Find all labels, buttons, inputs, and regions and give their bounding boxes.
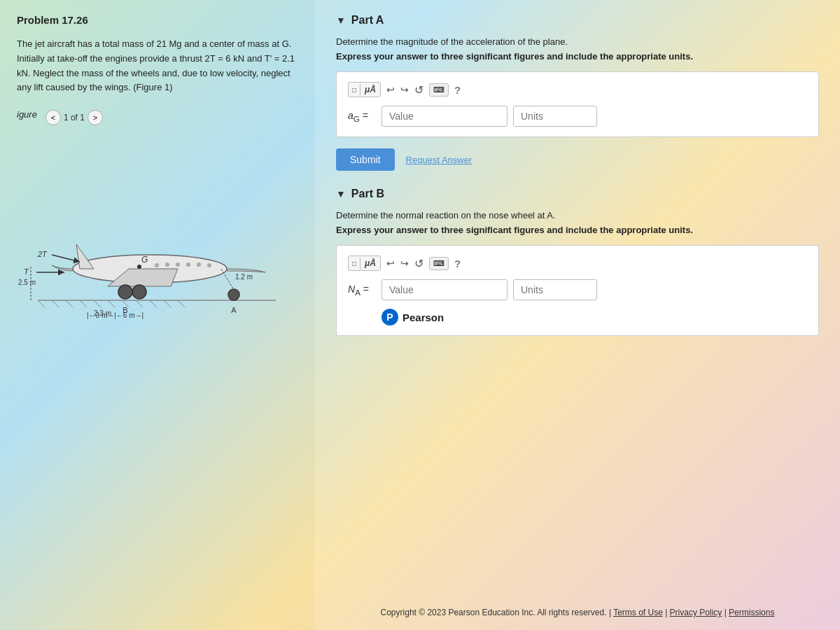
part-b-description: Determine the normal reaction on the nos… — [336, 210, 819, 220]
part-b-answer-box: □ μÅ ↩ ↪ ↺ ⌨ ? NA = — [336, 245, 819, 336]
svg-point-13 — [155, 263, 159, 267]
part-a-request-answer-link[interactable]: Request Answer — [406, 155, 472, 165]
part-b-section: ▼ Part B Determine the normal reaction o… — [336, 188, 819, 336]
aircraft-diagram: G B A 2T T 2.5 m — [17, 209, 262, 335]
svg-point-15 — [176, 262, 180, 267]
part-a-input-row: aG = — [348, 106, 807, 127]
figure-label: igure — [17, 109, 37, 120]
footer: Copyright © 2023 Pearson Education Inc. … — [315, 608, 840, 617]
svg-point-17 — [197, 262, 201, 267]
svg-point-16 — [186, 262, 190, 267]
part-b-toolbar: □ μÅ ↩ ↪ ↺ ⌨ ? — [348, 255, 807, 271]
svg-text:|←3 m→|←6 m→|: |←3 m→|←6 m→| — [87, 312, 144, 319]
svg-line-5 — [94, 300, 101, 307]
part-b-title: Part B — [351, 188, 384, 200]
left-panel: Problem 17.26 The jet aircraft has a tot… — [0, 0, 315, 630]
svg-line-3 — [66, 300, 73, 307]
pearson-label: Pearson — [402, 312, 444, 323]
nav-prev-button[interactable]: < — [46, 110, 61, 125]
svg-line-6 — [108, 300, 115, 307]
pearson-badge: P Pearson — [382, 309, 807, 326]
part-b-units-input[interactable] — [513, 279, 597, 300]
svg-line-4 — [80, 300, 87, 307]
svg-line-11 — [178, 300, 185, 307]
nav-current: 1 of 1 — [64, 113, 85, 122]
part-b-keyboard-icon[interactable]: ⌨ — [429, 257, 449, 270]
svg-point-22 — [132, 285, 146, 299]
svg-point-18 — [207, 263, 211, 267]
svg-line-10 — [164, 300, 171, 307]
part-b-value-input[interactable] — [382, 279, 507, 300]
part-b-format-mu-icon: μÅ — [360, 256, 380, 270]
svg-text:2.5 m: 2.5 m — [18, 279, 36, 286]
footer-copyright: Copyright © 2023 Pearson Education Inc. … — [381, 608, 607, 617]
part-b-arrow-icon: ▼ — [336, 188, 346, 200]
svg-text:T: T — [24, 267, 29, 276]
nav-next-button[interactable]: > — [88, 110, 103, 125]
part-a-section: ▼ Part A Determine the magnitude of the … — [336, 14, 819, 171]
svg-point-23 — [228, 289, 239, 300]
footer-privacy-link[interactable]: Privacy Policy — [670, 608, 722, 617]
aircraft-svg: G B A 2T T 2.5 m — [17, 209, 283, 321]
svg-text:A: A — [231, 306, 237, 314]
figure-nav[interactable]: < 1 of 1 > — [46, 110, 103, 125]
part-a-redo-icon[interactable]: ↪ — [400, 84, 409, 95]
part-a-refresh-icon[interactable]: ↺ — [414, 83, 424, 97]
part-b-equation-label: NA = — [348, 284, 376, 297]
part-b-undo-icon[interactable]: ↩ — [386, 258, 395, 269]
svg-text:2T: 2T — [37, 250, 48, 258]
svg-text:G: G — [141, 255, 148, 265]
pearson-icon: P — [382, 309, 398, 326]
part-a-keyboard-icon[interactable]: ⌨ — [429, 83, 449, 97]
footer-permissions-link[interactable]: Permissions — [729, 608, 774, 617]
format-box-icon: □ — [349, 84, 360, 96]
part-a-undo-icon[interactable]: ↩ — [386, 84, 395, 95]
part-a-equation-label: aG = — [348, 110, 376, 123]
part-a-value-input[interactable] — [382, 106, 507, 127]
part-b-instruction: Express your answer to three significant… — [336, 225, 819, 235]
footer-terms-link[interactable]: Terms of Use — [613, 608, 663, 617]
part-a-units-input[interactable] — [513, 106, 597, 127]
part-a-header: ▼ Part A — [336, 14, 819, 27]
part-b-redo-icon[interactable]: ↪ — [400, 258, 409, 269]
part-a-toolbar: □ μÅ ↩ ↪ ↺ ⌨ ? — [348, 82, 807, 97]
svg-point-14 — [165, 262, 169, 267]
format-mu-icon: μÅ — [360, 83, 380, 97]
part-a-format-btn[interactable]: □ μÅ — [348, 82, 381, 97]
part-a-description: Determine the magnitude of the accelerat… — [336, 36, 819, 47]
part-a-submit-button[interactable]: Submit — [336, 148, 395, 171]
part-b-header: ▼ Part B — [336, 188, 819, 200]
part-a-submit-row: Submit Request Answer — [336, 148, 819, 171]
part-b-help-icon[interactable]: ? — [454, 258, 461, 270]
part-a-answer-box: □ μÅ ↩ ↪ ↺ ⌨ ? aG = — [336, 71, 819, 137]
part-a-title: Part A — [351, 14, 384, 27]
right-panel: ▼ Part A Determine the magnitude of the … — [315, 0, 840, 630]
svg-line-27 — [52, 255, 80, 262]
svg-line-2 — [52, 300, 59, 307]
part-b-refresh-icon[interactable]: ↺ — [414, 257, 424, 270]
part-b-format-btn[interactable]: □ μÅ — [348, 255, 381, 271]
part-b-format-box-icon: □ — [349, 258, 360, 270]
svg-line-1 — [38, 300, 45, 307]
part-a-help-icon[interactable]: ? — [454, 84, 461, 96]
svg-point-20 — [137, 265, 141, 269]
part-a-arrow-icon: ▼ — [336, 15, 346, 26]
part-b-input-row: NA = — [348, 279, 807, 300]
svg-point-21 — [118, 285, 132, 299]
svg-text:1.2 m: 1.2 m — [235, 273, 253, 281]
problem-title: Problem 17.26 — [17, 14, 298, 26]
svg-line-8 — [136, 300, 143, 307]
problem-text: The jet aircraft has a total mass of 21 … — [17, 37, 298, 95]
svg-line-9 — [150, 300, 157, 307]
part-a-instruction: Express your answer to three significant… — [336, 51, 819, 62]
svg-line-33 — [221, 269, 234, 290]
